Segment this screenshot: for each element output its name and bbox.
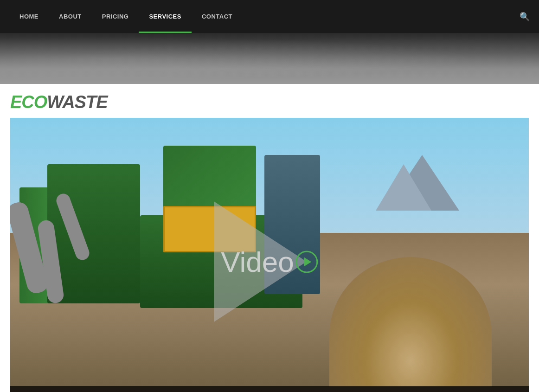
- nav-item-services[interactable]: SERVICES: [139, 0, 192, 33]
- nav-link-about[interactable]: ABOUT: [49, 0, 92, 33]
- nav-item-home[interactable]: HOME: [9, 0, 49, 33]
- hero-banner: [0, 33, 539, 84]
- nav-item-contact[interactable]: CONTACT: [192, 0, 243, 33]
- brand-logo: ECO WASTE: [10, 92, 529, 112]
- logo-eco: ECO: [10, 92, 47, 112]
- video-label: Video: [221, 245, 294, 278]
- search-icon[interactable]: 🔍: [520, 12, 530, 22]
- nav-menu: HOME ABOUT PRICING SERVICES CONTACT: [9, 0, 243, 33]
- logo-section: ECO WASTE: [0, 84, 539, 118]
- video-controls-bar: ▶ 01:13 ⚙ ⛶: [10, 386, 529, 392]
- nav-link-contact[interactable]: CONTACT: [192, 0, 243, 33]
- play-circle-icon[interactable]: [296, 251, 318, 273]
- navbar: HOME ABOUT PRICING SERVICES CONTACT 🔍: [0, 0, 539, 33]
- play-circle-triangle: [304, 257, 311, 266]
- nav-link-services[interactable]: SERVICES: [139, 0, 192, 33]
- nav-link-home[interactable]: HOME: [9, 0, 49, 33]
- video-player[interactable]: Video ▶ 01:13 ⚙ ⛶: [10, 118, 529, 392]
- nav-link-pricing[interactable]: PRICING: [92, 0, 139, 33]
- nav-item-pricing[interactable]: PRICING: [92, 0, 139, 33]
- logo-waste: WASTE: [47, 92, 107, 112]
- video-text-container: Video: [221, 245, 318, 278]
- nav-item-about[interactable]: ABOUT: [49, 0, 92, 33]
